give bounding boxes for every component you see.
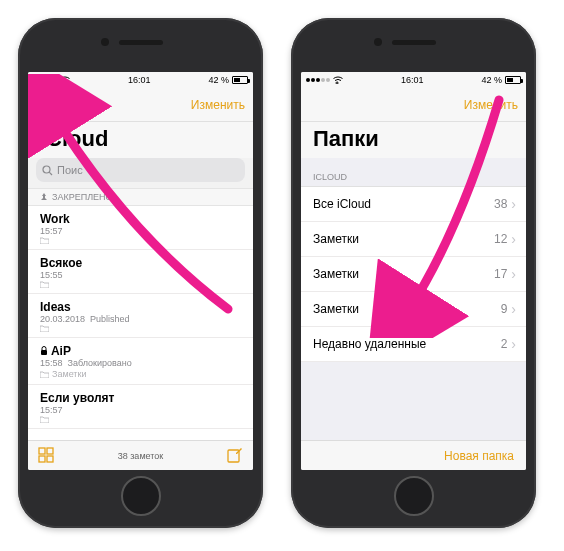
compose-icon <box>227 447 243 463</box>
lock-icon <box>40 346 48 356</box>
status-time: 16:01 <box>128 75 151 85</box>
folder-icon <box>40 371 49 378</box>
note-row[interactable]: AiP 15:58Заблокировано Заметки <box>28 338 253 385</box>
phone-frame-right: 16:01 42 % Изменить Папки ICLOUD Все iCl… <box>291 18 536 528</box>
page-title: Папки <box>301 122 526 158</box>
svg-point-0 <box>43 166 50 173</box>
notes-list: Work 15:57 Всякое 15:55 Ideas 20.03.2018… <box>28 206 253 440</box>
battery-percent: 42 % <box>208 75 229 85</box>
folder-row[interactable]: Заметки 9› <box>301 292 526 327</box>
pin-icon <box>40 193 48 201</box>
notes-count: 38 заметок <box>54 451 227 461</box>
note-row[interactable]: Work 15:57 <box>28 206 253 250</box>
home-button[interactable] <box>394 476 434 516</box>
grid-icon <box>38 447 54 463</box>
front-camera <box>101 38 109 46</box>
folder-icon <box>40 237 49 244</box>
folder-row-deleted[interactable]: Недавно удаленные 2› <box>301 327 526 362</box>
svg-rect-6 <box>47 456 53 462</box>
nav-bar: Изменить <box>28 88 253 122</box>
page-title: iCloud <box>28 122 253 158</box>
note-row[interactable]: Ideas 20.03.2018Published <box>28 294 253 338</box>
folder-icon <box>40 325 49 332</box>
svg-line-1 <box>49 172 52 175</box>
edit-button[interactable]: Изменить <box>464 98 518 112</box>
bottom-toolbar: 38 заметок <box>28 440 253 470</box>
section-header: ICLOUD <box>301 158 526 187</box>
wifi-icon <box>60 76 70 84</box>
note-row[interactable]: Если уволят 15:57 <box>28 385 253 429</box>
folder-row[interactable]: Заметки 12› <box>301 222 526 257</box>
chevron-right-icon: › <box>511 302 516 316</box>
svg-rect-2 <box>41 350 47 355</box>
status-time: 16:01 <box>401 75 424 85</box>
folder-icon <box>40 281 49 288</box>
signal-dots-icon <box>306 78 330 82</box>
wifi-icon <box>333 76 343 84</box>
home-button[interactable] <box>121 476 161 516</box>
svg-rect-3 <box>39 448 45 454</box>
chevron-right-icon: › <box>511 267 516 281</box>
search-icon <box>42 165 53 176</box>
svg-rect-5 <box>39 456 45 462</box>
back-button[interactable] <box>36 93 48 116</box>
search-placeholder: Поис <box>57 164 83 176</box>
screen-left: 16:01 42 % Изменить iCloud Поис ЗАКРЕПЛЕ… <box>28 72 253 470</box>
gallery-view-button[interactable] <box>38 447 54 465</box>
chevron-right-icon: › <box>511 337 516 351</box>
folder-icon <box>40 416 49 423</box>
svg-rect-4 <box>47 448 53 454</box>
nav-bar: Изменить <box>301 88 526 122</box>
front-camera <box>374 38 382 46</box>
pinned-header: ЗАКРЕПЛЕНО <box>28 188 253 206</box>
chevron-left-icon <box>36 93 48 111</box>
folder-row[interactable]: Все iCloud 38› <box>301 187 526 222</box>
folders-list: Все iCloud 38› Заметки 12› Заметки 17› З… <box>301 187 526 440</box>
note-row[interactable]: Всякое 15:55 <box>28 250 253 294</box>
signal-dots-icon <box>33 78 57 82</box>
status-bar: 16:01 42 % <box>301 72 526 88</box>
chevron-right-icon: › <box>511 232 516 246</box>
status-bar: 16:01 42 % <box>28 72 253 88</box>
compose-button[interactable] <box>227 447 243 465</box>
new-folder-button[interactable]: Новая папка <box>444 449 514 463</box>
battery-percent: 42 % <box>481 75 502 85</box>
battery-icon <box>232 76 248 84</box>
speaker <box>119 40 163 45</box>
edit-button[interactable]: Изменить <box>191 98 245 112</box>
battery-icon <box>505 76 521 84</box>
screen-right: 16:01 42 % Изменить Папки ICLOUD Все iCl… <box>301 72 526 470</box>
bottom-toolbar: Новая папка <box>301 440 526 470</box>
chevron-right-icon: › <box>511 197 516 211</box>
search-input[interactable]: Поис <box>36 158 245 182</box>
folder-row[interactable]: Заметки 17› <box>301 257 526 292</box>
speaker <box>392 40 436 45</box>
phone-frame-left: 16:01 42 % Изменить iCloud Поис ЗАКРЕПЛЕ… <box>18 18 263 528</box>
